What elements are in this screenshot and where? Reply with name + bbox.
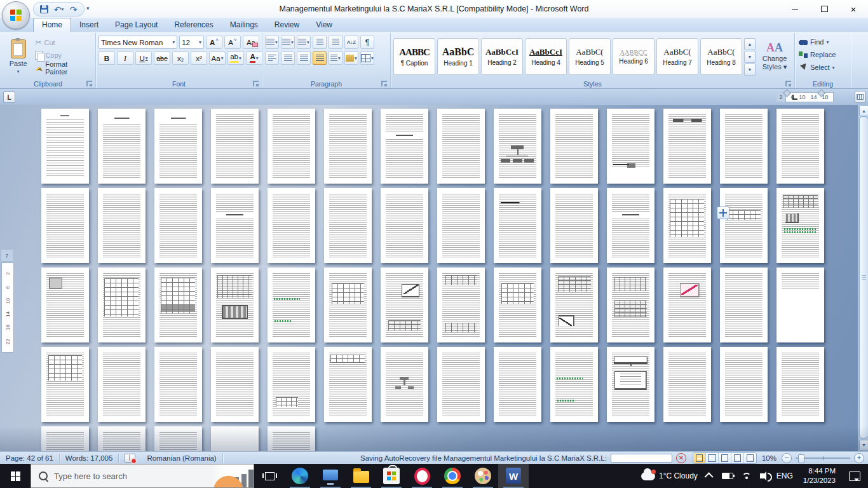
align-right-button[interactable] bbox=[297, 51, 311, 65]
ribbon-tab[interactable]: Page Layout bbox=[107, 18, 166, 32]
page-thumbnail[interactable] bbox=[494, 109, 541, 184]
cancel-saving-button[interactable]: ✕ bbox=[676, 453, 686, 463]
minimize-button[interactable] bbox=[780, 0, 810, 18]
page-thumbnail[interactable] bbox=[98, 268, 146, 342]
page-thumbnail[interactable] bbox=[381, 268, 428, 342]
styles-scroll-down-icon[interactable]: ▼ bbox=[744, 51, 756, 63]
format-painter-button[interactable]: Format Painter bbox=[33, 62, 93, 73]
taskbar-app[interactable] bbox=[285, 464, 315, 488]
page-thumbnail[interactable] bbox=[154, 347, 202, 422]
paragraph-dialog-launcher-icon[interactable] bbox=[381, 81, 387, 86]
page-thumbnail[interactable] bbox=[154, 109, 202, 184]
page-thumbnail[interactable] bbox=[98, 188, 146, 263]
page-thumbnail[interactable] bbox=[776, 268, 824, 342]
styles-dialog-launcher-icon[interactable] bbox=[785, 81, 791, 86]
tab-selector[interactable]: L bbox=[3, 92, 15, 103]
zoom-out-button[interactable]: − bbox=[782, 453, 792, 463]
page-thumbnail[interactable] bbox=[720, 109, 768, 184]
page-thumbnail[interactable] bbox=[211, 426, 259, 451]
battery-status[interactable] bbox=[717, 464, 738, 488]
superscript-button[interactable]: x² bbox=[191, 51, 207, 65]
ribbon-tab[interactable]: Home bbox=[33, 18, 71, 32]
language-status[interactable]: Romanian (Romania) bbox=[141, 452, 222, 464]
start-button[interactable] bbox=[0, 464, 31, 488]
page-thumbnail[interactable] bbox=[154, 188, 202, 263]
page-thumbnail[interactable] bbox=[437, 188, 485, 263]
taskbar-app[interactable] bbox=[407, 464, 437, 488]
style-card[interactable]: AABBC ¶ Caption bbox=[393, 38, 435, 75]
print-layout-view-button[interactable] bbox=[693, 453, 706, 463]
save-button[interactable] bbox=[39, 4, 50, 15]
undo-button[interactable]: ↶▾ bbox=[53, 4, 64, 15]
table-move-handle-icon[interactable] bbox=[717, 207, 729, 219]
page-thumbnail[interactable] bbox=[381, 109, 428, 184]
page-thumbnail[interactable] bbox=[268, 268, 315, 342]
page-thumbnail[interactable] bbox=[154, 268, 202, 342]
page-thumbnail[interactable] bbox=[494, 347, 541, 422]
bold-button[interactable]: B bbox=[98, 51, 115, 65]
decrease-indent-button[interactable] bbox=[313, 36, 327, 49]
page-thumbnail[interactable] bbox=[41, 426, 89, 451]
editing-command[interactable]: Select ▾ bbox=[797, 62, 848, 72]
page-thumbnail[interactable] bbox=[437, 109, 485, 184]
taskbar-app[interactable] bbox=[468, 464, 498, 488]
editing-command[interactable]: Replace bbox=[797, 50, 848, 60]
page-thumbnail[interactable] bbox=[98, 426, 146, 451]
justify-button[interactable] bbox=[313, 51, 327, 65]
clear-formatting-button[interactable]: Aa bbox=[243, 36, 259, 49]
page-thumbnail[interactable] bbox=[607, 188, 654, 263]
page-thumbnail[interactable] bbox=[720, 268, 768, 342]
vertical-scrollbar[interactable]: ▲ ▼ bbox=[858, 105, 868, 451]
zoom-slider[interactable] bbox=[796, 458, 850, 459]
task-view-button[interactable] bbox=[254, 464, 285, 488]
undo-dropdown-icon[interactable]: ▾ bbox=[61, 6, 64, 12]
page-thumbnail[interactable] bbox=[154, 426, 202, 451]
page-thumbnail[interactable] bbox=[494, 188, 541, 263]
customize-quick-access-icon[interactable]: ▾ bbox=[86, 5, 90, 11]
draft-view-button[interactable] bbox=[744, 453, 756, 463]
page-thumbnail[interactable] bbox=[41, 109, 89, 184]
scrollbar-thumb[interactable] bbox=[859, 116, 868, 438]
page-thumbnail[interactable] bbox=[437, 268, 485, 342]
taskbar-app[interactable]: W bbox=[498, 464, 529, 488]
cut-button[interactable]: ✂Cut bbox=[33, 37, 93, 48]
page-thumbnail[interactable] bbox=[324, 188, 372, 263]
page-thumbnail[interactable] bbox=[41, 268, 89, 342]
style-card[interactable]: AaBbC Heading 1 bbox=[437, 38, 479, 75]
styles-scroll-up-icon[interactable]: ▲ bbox=[744, 38, 756, 50]
page-thumbnail[interactable] bbox=[98, 109, 146, 184]
multilevel-list-button[interactable]: ▾ bbox=[297, 36, 311, 49]
taskbar-app[interactable] bbox=[346, 464, 376, 488]
taskbar-app[interactable] bbox=[376, 464, 407, 488]
ribbon-tab[interactable]: Review bbox=[266, 18, 308, 32]
subscript-button[interactable]: x₂ bbox=[172, 51, 189, 65]
page-thumbnail[interactable] bbox=[211, 347, 259, 422]
close-button[interactable]: × bbox=[839, 0, 868, 18]
page-thumbnail[interactable] bbox=[720, 188, 768, 263]
redo-button[interactable]: ↷ bbox=[68, 4, 79, 15]
paste-button[interactable]: Paste ▾ bbox=[3, 34, 33, 79]
page-thumbnail[interactable] bbox=[776, 188, 824, 263]
page-thumbnail[interactable] bbox=[324, 109, 372, 184]
style-card[interactable]: AaBbCcI Heading 2 bbox=[481, 38, 523, 75]
taskbar-app[interactable] bbox=[315, 464, 346, 488]
zoom-slider-thumb[interactable] bbox=[798, 454, 804, 463]
ribbon-tab[interactable]: View bbox=[308, 18, 341, 32]
page-thumbnail[interactable] bbox=[550, 109, 598, 184]
style-card[interactable]: AaBbC( Heading 5 bbox=[569, 38, 611, 75]
word-count-status[interactable]: Words: 17,005 bbox=[60, 452, 119, 464]
bullets-button[interactable]: ▾ bbox=[265, 36, 279, 49]
show-hide-pilcrow-button[interactable]: ¶ bbox=[360, 36, 374, 49]
italic-button[interactable]: I bbox=[117, 51, 133, 65]
page-thumbnail[interactable] bbox=[663, 109, 711, 184]
page-thumbnail[interactable] bbox=[550, 347, 598, 422]
ribbon-tab[interactable]: Mailings bbox=[222, 18, 266, 32]
scroll-down-icon[interactable]: ▼ bbox=[859, 440, 868, 451]
zoom-in-button[interactable]: + bbox=[854, 453, 864, 463]
page-thumbnail[interactable] bbox=[663, 188, 711, 263]
page-thumbnail[interactable] bbox=[607, 109, 654, 184]
text-highlight-button[interactable]: ab▾ bbox=[227, 51, 244, 65]
copy-button[interactable]: Copy bbox=[33, 50, 93, 60]
page-thumbnail[interactable] bbox=[381, 188, 428, 263]
show-hidden-icons-button[interactable] bbox=[702, 464, 717, 488]
